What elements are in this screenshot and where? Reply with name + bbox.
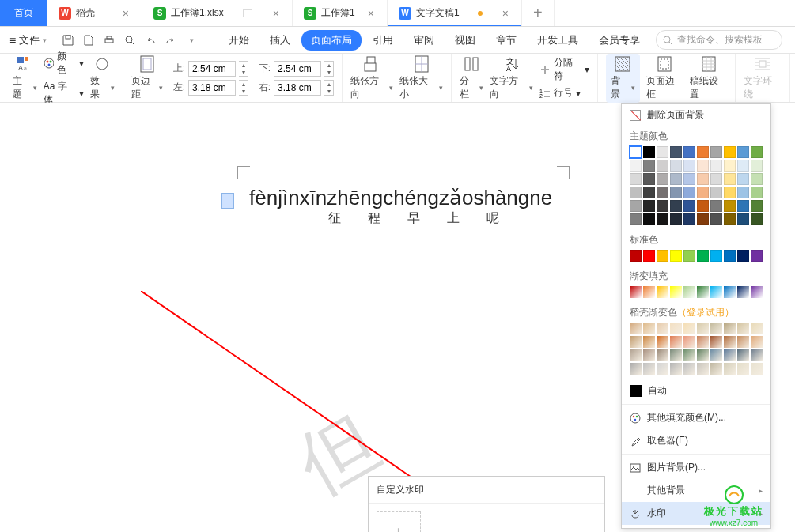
qat-more-icon[interactable]: ▾	[184, 33, 199, 47]
color-swatch[interactable]	[643, 187, 655, 198]
menu-view[interactable]: 视图	[445, 30, 485, 51]
color-swatch[interactable]	[670, 146, 682, 158]
docer-gradient-swatch[interactable]	[643, 336, 655, 348]
docer-gradient-swatch[interactable]	[643, 323, 655, 334]
docer-gradient-swatch[interactable]	[724, 349, 736, 361]
color-swatch[interactable]	[630, 160, 642, 172]
color-swatch[interactable]	[751, 146, 763, 158]
color-swatch[interactable]	[630, 250, 642, 262]
docer-gradient-swatch[interactable]	[710, 336, 722, 348]
docer-gradient-swatch[interactable]	[670, 336, 682, 348]
menu-member[interactable]: 会员专享	[589, 30, 649, 51]
color-swatch[interactable]	[724, 146, 736, 158]
color-swatch[interactable]	[737, 250, 749, 262]
watermark-item[interactable]: 水印 ▸	[622, 502, 770, 525]
undo-icon[interactable]	[143, 33, 157, 47]
color-swatch[interactable]	[670, 160, 682, 172]
color-swatch[interactable]	[657, 213, 668, 225]
docer-gradient-swatch[interactable]	[630, 363, 642, 375]
tab-doc1[interactable]: W 文字文稿1 ×	[388, 0, 522, 26]
new-tab-button[interactable]: +	[522, 0, 555, 26]
save-icon[interactable]	[61, 33, 75, 47]
color-swatch[interactable]	[670, 200, 682, 212]
color-swatch[interactable]	[657, 173, 668, 185]
redo-icon[interactable]	[164, 33, 178, 47]
gradient-swatch[interactable]	[737, 286, 749, 298]
color-swatch[interactable]	[683, 250, 695, 262]
close-icon[interactable]: ×	[271, 7, 281, 20]
color-swatch[interactable]	[630, 146, 642, 158]
color-swatch[interactable]	[683, 173, 695, 185]
color-swatch[interactable]	[737, 187, 749, 198]
color-swatch[interactable]	[751, 187, 763, 198]
docer-gradient-swatch[interactable]	[683, 336, 695, 348]
color-swatch[interactable]	[697, 187, 709, 198]
color-swatch[interactable]	[683, 146, 695, 158]
margins-button[interactable]: 页边距▾	[131, 55, 163, 101]
breaks-button[interactable]: 分隔符▾	[539, 56, 589, 83]
tab-workbook1[interactable]: S 工作簿1 ×	[293, 0, 388, 26]
page-border-button[interactable]: 页面边框	[646, 55, 683, 101]
docer-gradient-swatch[interactable]	[710, 323, 722, 334]
tab-docer[interactable]: W 稻壳 ×	[47, 0, 142, 26]
gradient-swatch[interactable]	[630, 286, 642, 298]
menu-start[interactable]: 开始	[219, 30, 259, 51]
color-swatch[interactable]	[737, 200, 749, 212]
docer-gradient-swatch[interactable]	[737, 363, 749, 375]
docer-gradient-swatch[interactable]	[643, 349, 655, 361]
eyedropper-item[interactable]: 取色器(E)	[622, 429, 770, 452]
docer-gradient-swatch[interactable]	[630, 323, 642, 334]
color-swatch[interactable]	[630, 173, 642, 185]
docer-gradient-swatch[interactable]	[670, 323, 682, 334]
color-swatch[interactable]	[737, 213, 749, 225]
color-swatch[interactable]	[751, 200, 763, 212]
color-swatch[interactable]	[710, 213, 722, 225]
color-swatch[interactable]	[724, 173, 736, 185]
margin-top-input[interactable]	[188, 61, 236, 77]
docer-gradient-swatch[interactable]	[657, 323, 668, 334]
margin-bottom-input[interactable]	[274, 61, 321, 77]
docer-gradient-swatch[interactable]	[737, 323, 749, 334]
effect-button[interactable]: 效果▾	[90, 55, 115, 101]
color-swatch[interactable]	[710, 160, 722, 172]
docer-gradient-swatch[interactable]	[630, 349, 642, 361]
margin-top-spinner[interactable]: ▴▾	[239, 61, 248, 77]
menu-insert[interactable]: 插入	[260, 30, 300, 51]
menu-pagelayout[interactable]: 页面布局	[301, 30, 362, 51]
color-swatch[interactable]	[724, 200, 736, 212]
docer-gradient-swatch[interactable]	[683, 323, 695, 334]
margin-left-spinner[interactable]: ▴▾	[239, 80, 248, 96]
other-background-item[interactable]: 其他背景 ▸	[622, 479, 770, 502]
color-swatch[interactable]	[751, 160, 763, 172]
docer-gradient-swatch[interactable]	[724, 323, 736, 334]
close-icon[interactable]: ×	[501, 7, 510, 20]
paper-size-button[interactable]: 纸张大小▾	[399, 55, 442, 101]
background-button[interactable]: 背景▾	[606, 54, 640, 103]
picture-background-item[interactable]: 图片背景(P)...	[622, 456, 770, 479]
docer-gradient-swatch[interactable]	[697, 336, 709, 348]
docer-gradient-swatch[interactable]	[751, 336, 763, 348]
color-swatch[interactable]	[630, 213, 642, 225]
menu-chapter[interactable]: 章节	[486, 30, 526, 51]
color-swatch[interactable]	[643, 200, 655, 212]
docer-gradient-swatch[interactable]	[697, 363, 709, 375]
color-swatch[interactable]	[710, 187, 722, 198]
docer-gradient-swatch[interactable]	[737, 336, 749, 348]
color-swatch[interactable]	[697, 146, 709, 158]
color-swatch[interactable]	[751, 213, 763, 225]
columns-button[interactable]: 分栏▾	[460, 55, 484, 101]
margin-right-spinner[interactable]: ▴▾	[324, 80, 334, 96]
color-swatch[interactable]	[710, 173, 722, 185]
tab-home[interactable]: 首页	[0, 0, 47, 26]
document-canvas[interactable]: fènjìnxīnzhēngchéngzǎoshàngne 征程早上呢 但 自定…	[0, 103, 795, 532]
docer-gradient-swatch[interactable]	[724, 336, 736, 348]
gradient-swatch[interactable]	[724, 286, 736, 298]
theme-button[interactable]: Aa 主题▾	[13, 55, 37, 101]
docer-gradient-swatch[interactable]	[751, 323, 763, 334]
remove-background-item[interactable]: 删除页面背景	[622, 104, 770, 126]
line-number-button[interactable]: 12行号▾	[539, 86, 589, 100]
docer-gradient-swatch[interactable]	[643, 363, 655, 375]
color-swatch[interactable]	[683, 200, 695, 212]
docer-gradient-swatch[interactable]	[724, 363, 736, 375]
color-swatch[interactable]	[643, 250, 655, 262]
